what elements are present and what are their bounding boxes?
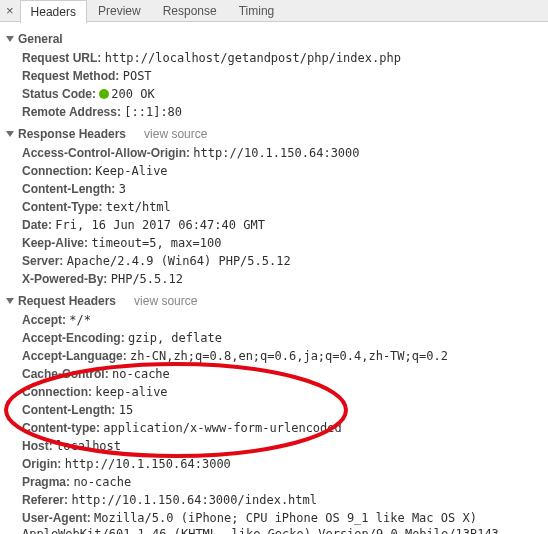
kv-val: gzip, deflate — [128, 331, 222, 345]
kv-key: Server: — [22, 254, 63, 268]
kv-key: Request Method: — [22, 69, 119, 83]
table-row: Content-Type: text/html — [22, 198, 544, 216]
section-response-headers: Response Headers view source Access-Cont… — [4, 125, 544, 288]
devtools-tabbar: × Headers Preview Response Timing — [0, 0, 548, 22]
table-row: Referer: http://10.1.150.64:3000/index.h… — [22, 491, 544, 509]
kv-val: PHP/5.5.12 — [111, 272, 183, 286]
kv-key: Date: — [22, 218, 52, 232]
kv-val: keep-alive — [95, 385, 167, 399]
kv-val: application/x-www-form-urlencoded — [103, 421, 341, 435]
kv-key: Referer: — [22, 493, 68, 507]
table-row: Server: Apache/2.4.9 (Win64) PHP/5.5.12 — [22, 252, 544, 270]
section-general-title: General — [18, 32, 63, 46]
tab-timing[interactable]: Timing — [228, 0, 286, 22]
table-row: Accept-Encoding: gzip, deflate — [22, 329, 544, 347]
table-row: Origin: http://10.1.150.64:3000 — [22, 455, 544, 473]
kv-key: Accept-Language: — [22, 349, 127, 363]
section-general-header[interactable]: General — [4, 30, 544, 49]
request-headers-list: Accept: */* Accept-Encoding: gzip, defla… — [4, 311, 544, 534]
table-row: Content-Length: 15 — [22, 401, 544, 419]
kv-key: Content-Length: — [22, 403, 115, 417]
kv-val: text/html — [106, 200, 171, 214]
table-row: X-Powered-By: PHP/5.5.12 — [22, 270, 544, 288]
section-request-headers-title: Request Headers — [18, 294, 116, 308]
kv-val: http://10.1.150.64:3000 — [193, 146, 359, 160]
table-row: Host: localhost — [22, 437, 544, 455]
table-row: Request Method: POST — [22, 67, 544, 85]
kv-val: Keep-Alive — [95, 164, 167, 178]
kv-key: Origin: — [22, 457, 61, 471]
table-row: Content-Length: 3 — [22, 180, 544, 198]
kv-key: Status Code: — [22, 87, 96, 101]
table-row: Keep-Alive: timeout=5, max=100 — [22, 234, 544, 252]
kv-key: Access-Control-Allow-Origin: — [22, 146, 190, 160]
kv-val: Apache/2.4.9 (Win64) PHP/5.5.12 — [67, 254, 291, 268]
kv-key: Accept-Encoding: — [22, 331, 125, 345]
status-dot-icon — [99, 89, 109, 99]
table-row: Request URL: http://localhost/getandpost… — [22, 49, 544, 67]
caret-down-icon — [6, 36, 14, 42]
kv-val: [::1]:80 — [124, 105, 182, 119]
table-row: Status Code: 200 OK — [22, 85, 544, 103]
tab-preview[interactable]: Preview — [87, 0, 152, 22]
kv-val: POST — [123, 69, 152, 83]
table-row: Accept: */* — [22, 311, 544, 329]
kv-val: timeout=5, max=100 — [91, 236, 221, 250]
kv-key: Keep-Alive: — [22, 236, 88, 250]
table-row: Accept-Language: zh-CN,zh;q=0.8,en;q=0.6… — [22, 347, 544, 365]
section-general: General Request URL: http://localhost/ge… — [4, 30, 544, 121]
kv-key: Host: — [22, 439, 53, 453]
caret-down-icon — [6, 298, 14, 304]
section-request-headers: Request Headers view source Accept: */* … — [4, 292, 544, 534]
close-icon[interactable]: × — [4, 0, 20, 22]
kv-val: zh-CN,zh;q=0.8,en;q=0.6,ja;q=0.4,zh-TW;q… — [130, 349, 448, 363]
kv-key: X-Powered-By: — [22, 272, 107, 286]
kv-key: Pragma: — [22, 475, 70, 489]
kv-key: Connection: — [22, 164, 92, 178]
section-response-headers-header[interactable]: Response Headers view source — [4, 125, 544, 144]
kv-val: */* — [69, 313, 91, 327]
kv-key: Connection: — [22, 385, 92, 399]
tab-response[interactable]: Response — [152, 0, 228, 22]
headers-panel: General Request URL: http://localhost/ge… — [0, 22, 548, 534]
kv-val: no-cache — [112, 367, 170, 381]
kv-val: Fri, 16 Jun 2017 06:47:40 GMT — [55, 218, 265, 232]
kv-key: Accept: — [22, 313, 66, 327]
caret-down-icon — [6, 131, 14, 137]
kv-val: Mozilla/5.0 (iPhone; CPU iPhone OS 9_1 l… — [22, 511, 499, 534]
table-row: Connection: Keep-Alive — [22, 162, 544, 180]
section-response-headers-title: Response Headers — [18, 127, 126, 141]
kv-val: http://10.1.150.64:3000/index.html — [71, 493, 317, 507]
kv-val: 200 OK — [111, 87, 154, 101]
kv-val: localhost — [56, 439, 121, 453]
table-row: Pragma: no-cache — [22, 473, 544, 491]
table-row: User-Agent: Mozilla/5.0 (iPhone; CPU iPh… — [22, 509, 544, 534]
response-headers-list: Access-Control-Allow-Origin: http://10.1… — [4, 144, 544, 288]
view-source-link[interactable]: view source — [144, 127, 207, 141]
kv-key: Content-type: — [22, 421, 100, 435]
table-row: Remote Address: [::1]:80 — [22, 103, 544, 121]
kv-val: http://10.1.150.64:3000 — [65, 457, 231, 471]
table-row: Connection: keep-alive — [22, 383, 544, 401]
table-row: Content-type: application/x-www-form-url… — [22, 419, 544, 437]
section-request-headers-header[interactable]: Request Headers view source — [4, 292, 544, 311]
tab-headers[interactable]: Headers — [20, 0, 87, 23]
kv-key: User-Agent: — [22, 511, 91, 525]
kv-val: no-cache — [73, 475, 131, 489]
table-row: Cache-Control: no-cache — [22, 365, 544, 383]
kv-key: Cache-Control: — [22, 367, 109, 381]
kv-key: Content-Length: — [22, 182, 115, 196]
kv-val: 15 — [119, 403, 133, 417]
kv-key: Content-Type: — [22, 200, 102, 214]
table-row: Date: Fri, 16 Jun 2017 06:47:40 GMT — [22, 216, 544, 234]
table-row: Access-Control-Allow-Origin: http://10.1… — [22, 144, 544, 162]
kv-val: http://localhost/getandpost/php/index.ph… — [105, 51, 401, 65]
kv-key: Request URL: — [22, 51, 101, 65]
kv-val: 3 — [119, 182, 126, 196]
general-list: Request URL: http://localhost/getandpost… — [4, 49, 544, 121]
kv-key: Remote Address: — [22, 105, 121, 119]
view-source-link[interactable]: view source — [134, 294, 197, 308]
